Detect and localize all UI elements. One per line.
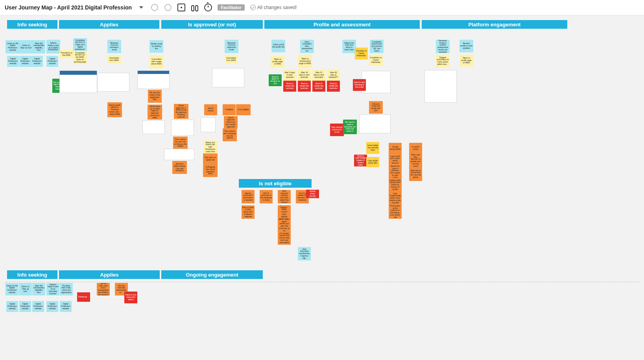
sticky[interactable]: After 3 days is sent reminder (283, 69, 296, 81)
sticky[interactable]: Selects the roles and clicks to 'save' t… (342, 40, 356, 53)
sticky[interactable]: Either select 'reject' (which just sees … (278, 218, 291, 232)
section-is-approved[interactable]: Is approved (or not) (161, 20, 263, 29)
sticky[interactable]: Digital Profession website (7, 56, 19, 67)
sticky[interactable]: Transitions to the WMS (60, 50, 73, 58)
sticky[interactable]: Advisory email will email with CPL (369, 101, 383, 114)
screenshot-thumbnail[interactable] (172, 120, 194, 135)
sticky[interactable]: Writes any Admin can type Practitioner n… (203, 140, 217, 154)
sticky[interactable]: Admin emails added to 'Pending' status o… (107, 102, 122, 117)
sticky[interactable]: Need to create this reminder (327, 81, 340, 92)
sticky[interactable]: Search for user in directory, form opens… (389, 165, 402, 179)
sticky[interactable]: Selects 'Apply to join as a Digital Prac… (46, 40, 60, 54)
section-info-seeking[interactable]: Info seeking (7, 20, 57, 29)
sticky[interactable]: If not eligible (236, 104, 251, 115)
sticky[interactable]: Digital Profession website (19, 301, 31, 312)
sticky[interactable]: Selects 'Apply to join as an associate m… (46, 283, 59, 295)
section-is-not-eligible[interactable]: Is not eligible (239, 179, 312, 188)
sticky[interactable]: Sees the membership eligibility form (32, 283, 45, 295)
sticky[interactable]: Completes on Career Pathfinder (369, 55, 383, 66)
sticky[interactable]: Allow user then 'Security' to update own… (409, 153, 422, 168)
title-menu-caret[interactable] (137, 4, 145, 11)
board-canvas[interactable]: Info seeking Applies Is approved (or not… (0, 15, 644, 360)
sticky[interactable]: Admin sees 'Applies - WMS' current rules… (278, 205, 291, 219)
binoculars-icon[interactable] (191, 4, 199, 11)
section-applies[interactable]: Applies (59, 20, 159, 29)
sticky[interactable]: Admin team on 'Council' flags for approv… (148, 105, 162, 120)
sticky[interactable]: After 45 days is blocked?? (327, 69, 340, 81)
section-profile-assessment[interactable]: Profile and assessment (264, 20, 420, 29)
sticky[interactable]: Digital Profession website (46, 301, 58, 312)
sticky[interactable]: Or instead 'revoke' this cell but they c… (278, 231, 291, 245)
sticky[interactable]: Joins, completes task, assessment etc (300, 40, 314, 53)
sticky[interactable]: Taken to 'Assessment' page of WMS (298, 55, 312, 68)
sticky[interactable]: Is provided with a page where MWS (149, 55, 163, 68)
sticky[interactable]: Copy public share URL (366, 157, 379, 167)
sticky[interactable]: Then selects the 5 following security op… (223, 128, 237, 141)
sticky[interactable]: Automated from WMS (225, 55, 238, 63)
facilitator-badge[interactable]: Facilitator (218, 4, 245, 11)
screenshot-thumbnail[interactable] (143, 121, 164, 134)
sticky[interactable]: Saving in WMS selects 'Can use' checkbox (172, 161, 187, 174)
sticky[interactable]: Lands on the Digital Profession website (6, 283, 18, 295)
sticky[interactable]: Sees the membership eligibility form (32, 40, 45, 54)
sticky[interactable]: Opt-out cells, puts into a spreadsheet a… (97, 283, 110, 295)
sticky[interactable]: Receives 'Account Activation' email (107, 40, 121, 53)
sticky[interactable]: Transition to Career Pathfinder (355, 48, 368, 59)
screenshot-thumbnail[interactable] (164, 149, 194, 160)
sticky[interactable]: Receives 'Account Approved' email (225, 40, 238, 53)
sticky[interactable]: Issue badge via Learning Vault (366, 142, 379, 154)
sticky[interactable]: Digital Profession website (6, 301, 18, 312)
undo-icon[interactable] (151, 4, 159, 11)
sticky[interactable]: Need to decide where records come from (306, 190, 319, 198)
sticky[interactable]: Clicks on 'Sign up now' (19, 40, 33, 54)
sticky[interactable]: Agency removed if information is require… (242, 190, 255, 203)
sticky[interactable]: Verifies email by clicking link (149, 40, 163, 53)
sticky[interactable]: Need to create this reminder (283, 81, 296, 92)
sticky[interactable]: After 21 days is sent reminders (312, 69, 325, 81)
sticky[interactable]: Then selects the user row to bring up th… (173, 137, 188, 150)
sticky[interactable]: Digital Profession website (32, 301, 44, 312)
sticky[interactable]: Gets associate membership if agency sign (298, 247, 311, 260)
sticky[interactable]: Easy to drive or then about why audience… (242, 205, 255, 219)
sticky[interactable]: Add user to 'Connected' Cfrs security gr… (409, 167, 422, 181)
sticky[interactable]: If eligible (223, 104, 236, 115)
sticky[interactable]: Taken to profile page of WMS (271, 56, 284, 68)
section-ongoing-engagement[interactable]: Ongoing engagement (161, 270, 263, 279)
screenshot-thumbnail[interactable] (425, 70, 456, 102)
section-applies-2[interactable]: Applies (59, 270, 160, 279)
sticky[interactable]: Very manual process for us too (330, 124, 344, 136)
screenshot-thumbnail[interactable] (362, 71, 390, 93)
screenshot-thumbnail[interactable] (212, 68, 244, 87)
sticky[interactable]: Need to sort where this data is (124, 292, 137, 303)
sticky[interactable]: Need to add branding to this email (353, 79, 366, 91)
screenshot-thumbnail[interactable] (138, 71, 169, 89)
sticky[interactable]: Triggers automation at many points withi… (436, 55, 450, 67)
sticky[interactable]: After 14 days is sent reminder (298, 69, 311, 81)
screenshot-thumbnail[interactable] (98, 73, 129, 91)
sticky[interactable]: We need to make a transition out when th… (343, 120, 357, 134)
section-info-seeking-2[interactable]: Info seeking (7, 270, 57, 279)
sticky[interactable]: In admin centre (409, 143, 422, 154)
sticky[interactable]: We see first notice of the application h… (148, 90, 162, 103)
redo-icon[interactable] (164, 4, 172, 11)
sticky[interactable]: Digital Profession website (60, 301, 72, 312)
sticky[interactable]: EOI of outcomes if the database is empty (260, 190, 273, 203)
sticky[interactable]: Click 'Impersonate Admin Only' button at… (389, 191, 402, 205)
sticky[interactable]: Lands on the Digital Profession website (6, 40, 20, 54)
sticky[interactable]: Digital Profession website (31, 56, 43, 67)
sticky[interactable]: In/mptt facing WMS (389, 143, 402, 154)
sticky[interactable]: Role title is a digital role (203, 153, 218, 164)
sticky[interactable]: Clicks on 'Sign up now' (19, 283, 32, 295)
sticky[interactable]: Unflagging then these database fields (203, 164, 218, 177)
sticky[interactable]: Automated from WMS (107, 55, 121, 63)
sticky[interactable]: Completes the form on the WMS, lands on … (73, 51, 87, 64)
screenshot-thumbnail[interactable] (201, 118, 215, 132)
sticky[interactable]: Admin approval before we can confirm 'ap… (224, 116, 238, 129)
sticky[interactable]: Need to create this reminder (298, 81, 311, 92)
sticky[interactable]: Admin checks (204, 104, 217, 115)
sticky[interactable]: Digital Profession website (46, 56, 58, 67)
sticky[interactable]: Find button at the bottom of the popup, … (389, 205, 402, 219)
sticky[interactable]: Details go… (77, 292, 90, 302)
sticky[interactable]: Need to save badge images in shared fold… (354, 155, 367, 166)
sticky[interactable]: Revisits profile to view updates (459, 40, 473, 52)
